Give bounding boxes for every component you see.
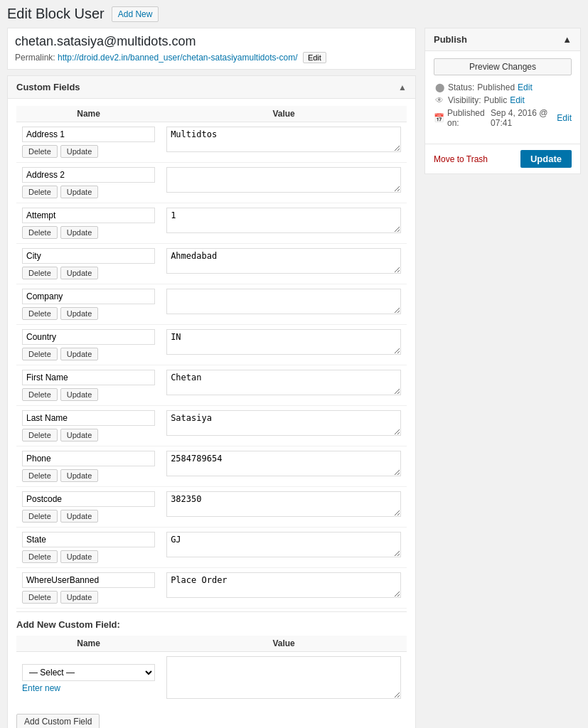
- permalink-url[interactable]: http://droid.dev2.in/banned_user/chetan-…: [58, 53, 298, 63]
- cf-name-input-8[interactable]: [22, 451, 155, 466]
- cf-delete-button-0[interactable]: Delete: [22, 145, 58, 158]
- cf-name-input-6[interactable]: [22, 370, 155, 385]
- cf-actions-2: Delete Update: [22, 226, 155, 239]
- cf-name-input-7[interactable]: [22, 410, 155, 426]
- permalink-edit-button[interactable]: Edit: [303, 52, 326, 63]
- cf-value-textarea-2[interactable]: 1: [166, 208, 401, 233]
- cf-name-input-4[interactable]: [22, 289, 155, 304]
- cf-name-cell-9: Delete Update: [16, 487, 161, 528]
- add-custom-field-button[interactable]: Add Custom Field: [16, 714, 100, 728]
- cf-update-button-7[interactable]: Update: [60, 429, 98, 441]
- cf-delete-button-8[interactable]: Delete: [22, 469, 58, 482]
- cf-actions-5: Delete Update: [22, 348, 155, 360]
- cf-delete-button-2[interactable]: Delete: [22, 226, 58, 239]
- cf-name-input-5[interactable]: [22, 329, 155, 345]
- cf-actions-3: Delete Update: [22, 267, 155, 279]
- cf-delete-button-10[interactable]: Delete: [22, 550, 58, 563]
- cf-select-dropdown[interactable]: — Select —: [22, 664, 155, 681]
- add-cf-name-header: Name: [16, 636, 161, 652]
- cf-name-cell-1: Delete Update: [16, 163, 161, 203]
- move-to-trash-link[interactable]: Move to Trash: [434, 154, 488, 164]
- cf-name-input-3[interactable]: [22, 248, 155, 264]
- update-button[interactable]: Update: [520, 150, 572, 168]
- cf-delete-button-5[interactable]: Delete: [22, 348, 58, 360]
- cf-name-input-9[interactable]: [22, 491, 155, 507]
- cf-name-cell-3: Delete Update: [16, 244, 161, 284]
- cf-value-textarea-7[interactable]: Satasiya: [166, 410, 401, 436]
- cf-value-textarea-3[interactable]: Ahmedabad: [166, 248, 401, 274]
- published-edit-link[interactable]: Edit: [557, 113, 572, 123]
- cf-update-button-8[interactable]: Update: [60, 469, 98, 482]
- cf-value-textarea-0[interactable]: Multidtos: [166, 127, 401, 152]
- cf-name-input-0[interactable]: [22, 127, 155, 142]
- cf-delete-button-11[interactable]: Delete: [22, 591, 58, 604]
- cf-value-textarea-4[interactable]: [166, 289, 401, 314]
- cf-name-cell-10: Delete Update: [16, 528, 161, 568]
- cf-update-button-6[interactable]: Update: [60, 388, 98, 401]
- permalink-label: Permalink:: [15, 53, 55, 63]
- cf-update-button-9[interactable]: Update: [60, 510, 98, 523]
- cf-update-button-1[interactable]: Update: [60, 186, 98, 198]
- cf-actions-1: Delete Update: [22, 186, 155, 198]
- add-custom-field-section: Add New Custom Field: Name Value: [16, 611, 407, 728]
- cf-name-cell-7: Delete Update: [16, 406, 161, 446]
- cf-delete-button-6[interactable]: Delete: [22, 388, 58, 401]
- publish-title: Publish: [434, 34, 467, 45]
- table-row: Delete Update: [16, 163, 407, 203]
- cf-value-textarea-5[interactable]: IN: [166, 329, 401, 355]
- add-cf-value-textarea[interactable]: [166, 656, 401, 699]
- cf-value-cell-11: Place Order: [161, 568, 407, 609]
- cf-value-cell-4: [161, 284, 407, 325]
- publish-toggle-icon: ▲: [562, 34, 572, 45]
- cf-update-button-2[interactable]: Update: [60, 226, 98, 239]
- cf-actions-10: Delete Update: [22, 550, 155, 563]
- cf-value-cell-7: Satasiya: [161, 406, 407, 446]
- cf-value-textarea-1[interactable]: [166, 167, 401, 193]
- visibility-icon: 👁: [434, 95, 445, 105]
- cf-delete-button-4[interactable]: Delete: [22, 307, 58, 320]
- cf-value-cell-8: 2584789654: [161, 446, 407, 487]
- add-cf-row: — Select — Enter new: [16, 652, 407, 706]
- cf-actions-8: Delete Update: [22, 469, 155, 482]
- cf-value-textarea-9[interactable]: 382350: [166, 491, 401, 517]
- custom-fields-panel-header[interactable]: Custom Fields ▲: [8, 76, 415, 99]
- cf-update-button-5[interactable]: Update: [60, 348, 98, 360]
- publish-visibility-row: 👁 Visibility: Public Edit: [434, 95, 572, 105]
- cf-name-input-2[interactable]: [22, 208, 155, 223]
- visibility-edit-link[interactable]: Edit: [510, 95, 525, 105]
- published-label: Published on:: [447, 108, 488, 128]
- cf-actions-4: Delete Update: [22, 307, 155, 320]
- cf-name-input-11[interactable]: [22, 572, 155, 588]
- add-cf-value-header: Value: [161, 636, 407, 652]
- cf-delete-button-7[interactable]: Delete: [22, 429, 58, 441]
- cf-update-button-4[interactable]: Update: [60, 307, 98, 320]
- cf-value-textarea-8[interactable]: 2584789654: [166, 451, 401, 476]
- cf-value-textarea-6[interactable]: Chetan: [166, 370, 401, 395]
- cf-name-input-1[interactable]: [22, 167, 155, 183]
- publish-footer: Move to Trash Update: [425, 144, 580, 173]
- enter-new-link[interactable]: Enter new: [22, 683, 155, 693]
- cf-name-cell-0: Delete Update: [16, 122, 161, 163]
- publish-body: Preview Changes ⬤ Status: Published Edit…: [425, 51, 580, 138]
- cf-update-button-10[interactable]: Update: [60, 550, 98, 563]
- preview-changes-button[interactable]: Preview Changes: [434, 58, 572, 75]
- cf-update-button-3[interactable]: Update: [60, 267, 98, 279]
- post-title-input[interactable]: [15, 34, 408, 49]
- cf-name-input-10[interactable]: [22, 532, 155, 547]
- add-new-button[interactable]: Add New: [112, 6, 159, 22]
- visibility-label: Visibility:: [448, 95, 481, 105]
- cf-value-textarea-10[interactable]: GJ: [166, 532, 401, 557]
- cf-update-button-0[interactable]: Update: [60, 145, 98, 158]
- status-edit-link[interactable]: Edit: [518, 82, 533, 92]
- cf-delete-button-1[interactable]: Delete: [22, 186, 58, 198]
- cf-value-textarea-11[interactable]: Place Order: [166, 572, 401, 598]
- cf-name-cell-11: Delete Update: [16, 568, 161, 609]
- custom-fields-title: Custom Fields: [16, 82, 80, 92]
- cf-update-button-11[interactable]: Update: [60, 591, 98, 604]
- custom-fields-table: Name Value Delete Update Multidtos De: [16, 106, 407, 609]
- value-column-header: Value: [161, 106, 407, 122]
- table-row: Delete Update: [16, 284, 407, 325]
- cf-value-cell-0: Multidtos: [161, 122, 407, 163]
- cf-delete-button-9[interactable]: Delete: [22, 510, 58, 523]
- cf-delete-button-3[interactable]: Delete: [22, 267, 58, 279]
